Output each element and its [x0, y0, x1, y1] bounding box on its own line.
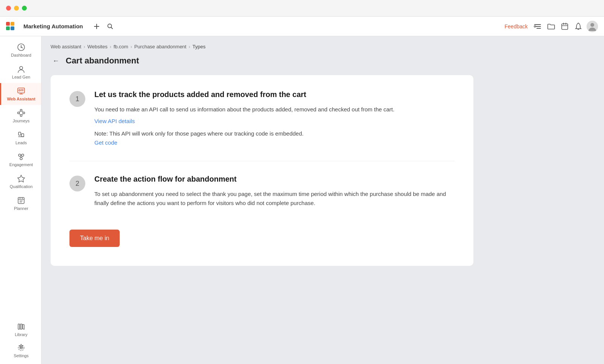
step-1: 1 Let us track the products added and re…	[69, 90, 455, 147]
minimize-button[interactable]	[14, 6, 19, 11]
breadcrumb-websites[interactable]: Websites	[87, 44, 107, 49]
view-api-details-link[interactable]: View API details	[94, 118, 135, 124]
app-header: Marketing Automation Feedback	[0, 17, 604, 36]
dashboard-icon	[17, 43, 25, 51]
breadcrumb-web-assistant[interactable]: Web assistant	[51, 44, 81, 49]
sidebar-item-journeys-label: Journeys	[13, 119, 30, 123]
sidebar-item-settings[interactable]: Settings	[0, 340, 41, 361]
step-2-description: To set up abandonment you need to select…	[94, 190, 455, 208]
search-icon	[107, 23, 113, 29]
svg-line-34	[19, 114, 20, 115]
sidebar-item-engagement[interactable]: Engagement	[0, 149, 41, 171]
step-2-number: 2	[69, 176, 85, 191]
svg-line-33	[22, 114, 23, 115]
sidebar-item-journeys[interactable]: Journeys	[0, 105, 41, 127]
get-code-link[interactable]: Get code	[94, 139, 117, 146]
sidebar-item-qualification-label: Qualification	[10, 184, 33, 189]
sidebar-item-settings-label: Settings	[14, 353, 29, 358]
notification-icon[interactable]	[573, 21, 584, 32]
avatar[interactable]	[587, 21, 598, 32]
header-actions	[91, 20, 116, 32]
search-button[interactable]	[104, 20, 116, 32]
step-divider	[69, 161, 455, 161]
leads-icon	[17, 131, 25, 139]
zoho-logo-icon	[6, 22, 20, 31]
sidebar-item-web-assistant-label: Web Assistant	[7, 97, 35, 101]
calendar-icon[interactable]	[559, 21, 570, 32]
breadcrumb-fbcom[interactable]: fb.com	[114, 44, 128, 49]
breadcrumb: Web assistant › Websites › fb.com › Purc…	[51, 44, 595, 49]
svg-point-19	[21, 47, 22, 48]
breadcrumb-sep-2: ›	[110, 44, 111, 49]
svg-point-39	[22, 154, 24, 156]
back-button[interactable]: ←	[51, 56, 61, 66]
svg-line-32	[22, 111, 23, 113]
svg-point-28	[20, 110, 22, 111]
main-layout: Dashboard Lead Gen Web Assistant	[0, 36, 604, 364]
sidebar-item-planner[interactable]: Planner	[0, 193, 41, 214]
app-name: Marketing Automation	[23, 23, 83, 29]
page-title: Cart abandonment	[66, 56, 139, 66]
svg-point-38	[18, 154, 21, 156]
planner-icon	[17, 196, 25, 205]
close-button[interactable]	[6, 6, 11, 11]
step-2: 2 Create the action flow for abandonment…	[69, 175, 455, 211]
svg-rect-0	[6, 22, 10, 26]
svg-point-11	[534, 26, 536, 27]
library-icon	[17, 322, 25, 331]
feedback-link[interactable]: Feedback	[505, 23, 528, 29]
sidebar-item-engagement-label: Engagement	[9, 162, 33, 167]
step-1-title: Let us track the products added and remo…	[94, 90, 455, 99]
svg-rect-12	[562, 24, 568, 29]
journeys-icon	[17, 109, 25, 117]
svg-marker-44	[18, 175, 25, 182]
step-1-note: Note: This API will work only for those …	[94, 129, 455, 147]
svg-line-7	[111, 27, 112, 29]
svg-point-20	[20, 66, 23, 69]
step-1-number: 1	[69, 91, 85, 107]
maximize-button[interactable]	[22, 6, 27, 11]
svg-point-24	[19, 89, 20, 91]
settings-icon	[17, 344, 25, 352]
breadcrumb-sep-3: ›	[131, 44, 132, 49]
sidebar-item-dashboard[interactable]: Dashboard	[0, 39, 41, 61]
take-me-in-button[interactable]: Take me in	[69, 230, 120, 247]
sidebar-item-lead-gen-label: Lead Gen	[12, 75, 30, 79]
web-assistant-icon	[17, 87, 25, 95]
svg-point-17	[590, 23, 594, 27]
window-controls	[6, 6, 27, 11]
step-1-content: Let us track the products added and remo…	[94, 90, 455, 147]
engagement-icon	[17, 153, 25, 161]
app-logo: Marketing Automation	[6, 22, 83, 31]
svg-rect-45	[18, 197, 24, 204]
svg-rect-35	[18, 132, 21, 135]
sidebar-item-leads-label: Leads	[15, 140, 27, 145]
svg-rect-2	[6, 26, 10, 30]
sidebar-item-planner-label: Planner	[14, 206, 28, 211]
sidebar-item-library[interactable]: Library	[0, 319, 41, 340]
page-header: ← Cart abandonment	[51, 56, 595, 66]
sidebar-item-dashboard-label: Dashboard	[11, 53, 31, 57]
sidebar-item-leads[interactable]: Leads	[0, 127, 41, 149]
plus-icon	[93, 23, 100, 30]
svg-line-42	[20, 156, 21, 158]
step-2-title: Create the action flow for abandonment	[94, 175, 455, 184]
add-button[interactable]	[91, 20, 103, 32]
sidebar-item-web-assistant[interactable]: Web Assistant	[0, 83, 41, 105]
breadcrumb-sep-1: ›	[83, 44, 85, 49]
sidebar-item-qualification[interactable]: Qualification	[0, 171, 41, 193]
svg-line-43	[22, 156, 22, 158]
svg-rect-1	[11, 22, 14, 26]
content-area: Web assistant › Websites › fb.com › Purc…	[42, 36, 604, 364]
lead-gen-icon	[17, 65, 25, 73]
folder-icon[interactable]	[546, 21, 556, 32]
sidebar-item-lead-gen[interactable]: Lead Gen	[0, 61, 41, 83]
filter-icon[interactable]	[532, 21, 543, 32]
step-2-content: Create the action flow for abandonment T…	[94, 175, 455, 211]
svg-rect-51	[18, 324, 20, 329]
breadcrumb-sep-4: ›	[189, 44, 190, 49]
breadcrumb-purchase-abandonment[interactable]: Purchase abandonment	[134, 44, 186, 49]
sidebar: Dashboard Lead Gen Web Assistant	[0, 36, 42, 364]
header-right-icons	[532, 21, 598, 32]
svg-rect-3	[11, 26, 14, 30]
